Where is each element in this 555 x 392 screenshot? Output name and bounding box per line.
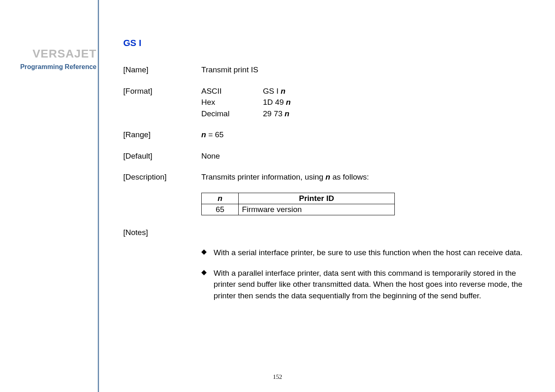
table-row: 65 Firmware version [202, 204, 395, 215]
note-item-1: ◆ With a serial interface printer, be su… [201, 247, 534, 258]
table-cell-n: 65 [202, 204, 239, 215]
note-text-1: With a serial interface printer, be sure… [214, 247, 534, 258]
range-eq: = 65 [206, 130, 224, 139]
format-hex-n: n [286, 98, 291, 106]
note-item-2: ◆ With a parallel interface printer, dat… [201, 267, 534, 302]
notes-section: [Notes] ◆ With a serial interface printe… [123, 227, 534, 302]
row-range: [Range] n = 65 [123, 129, 534, 141]
label-range: [Range] [123, 129, 201, 141]
value-range: n = 65 [201, 129, 534, 141]
format-ascii-value: GS I n [263, 85, 325, 97]
table-header-row: n Printer ID [202, 193, 395, 204]
value-default: None [201, 150, 534, 162]
desc-post: as follows: [330, 173, 369, 181]
format-ascii-pre: GS I [263, 87, 281, 95]
brand-title: VERSAJET [16, 47, 97, 60]
label-name: [Name] [123, 64, 201, 76]
row-name: [Name] Transmit print IS [123, 64, 534, 76]
value-name: Transmit print IS [201, 64, 534, 76]
format-dec-value: 29 73 n [263, 108, 325, 120]
format-ascii-label: ASCII [201, 85, 263, 97]
sidebar-divider [98, 0, 99, 392]
desc-pre: Transmits printer information, using [201, 173, 325, 181]
row-format: [Format] ASCII GS I n Hex 1D 49 n Decima… [123, 85, 534, 120]
desc-n: n [325, 173, 330, 181]
table-header-n: n [202, 193, 239, 204]
format-dec-label: Decimal [201, 108, 263, 120]
format-dec-pre: 29 73 [263, 109, 285, 118]
value-description: Transmits printer information, using n a… [201, 171, 534, 183]
row-description: [Description] Transmits printer informat… [123, 171, 534, 183]
format-hex-label: Hex [201, 97, 263, 108]
row-default: [Default] None [123, 150, 534, 162]
format-hex-value: 1D 49 n [263, 97, 325, 108]
note-text-2: With a parallel interface printer, data … [214, 267, 534, 302]
sidebar: VERSAJET Programming Reference [0, 0, 99, 392]
command-heading: GS I [123, 38, 534, 48]
label-default: [Default] [123, 150, 201, 162]
table-header-printer-id: Printer ID [239, 193, 395, 204]
format-dec-n: n [285, 109, 290, 118]
value-format: ASCII GS I n Hex 1D 49 n Decimal 29 73 n [201, 85, 534, 120]
format-ascii-n: n [281, 87, 286, 95]
format-hex-pre: 1D 49 [263, 98, 286, 106]
brand-subtitle: Programming Reference [7, 63, 97, 71]
label-notes: [Notes] [123, 227, 534, 238]
printer-id-table: n Printer ID 65 Firmware version [201, 193, 395, 215]
range-n: n [201, 130, 206, 139]
label-format: [Format] [123, 85, 201, 120]
page-number: 152 [0, 374, 555, 380]
diamond-bullet-icon: ◆ [201, 267, 214, 302]
diamond-bullet-icon: ◆ [201, 247, 214, 258]
table-cell-printer-id: Firmware version [239, 204, 395, 215]
main-content: GS I [Name] Transmit print IS [Format] A… [123, 38, 534, 311]
label-description: [Description] [123, 171, 201, 183]
